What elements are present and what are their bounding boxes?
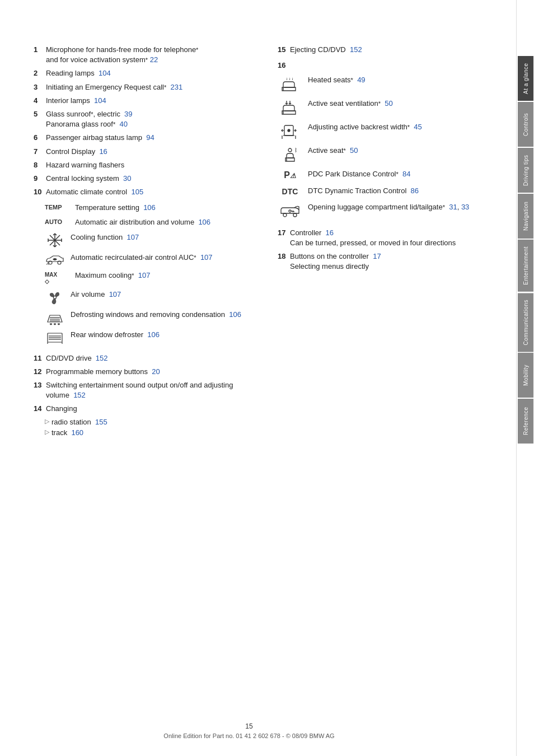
svg-point-35 — [283, 213, 287, 217]
list-item: 13 Switching entertainment sound output … — [34, 380, 255, 400]
sidebar-tab-navigation[interactable]: Navigation — [518, 194, 533, 239]
right-item-dtc: DTC DTC Dynamic Traction Control 86 — [278, 186, 499, 196]
item-link[interactable]: 39 — [124, 110, 132, 118]
sidebar-tab-mobility[interactable]: Mobility — [518, 353, 533, 398]
right-item-backrest: Adjusting active backrest width* 45 — [278, 122, 499, 140]
svg-point-37 — [289, 210, 291, 212]
sidebar-tabs: At a glance Controls Driving tips Naviga… — [516, 0, 534, 756]
item-link[interactable]: 155 — [95, 418, 107, 426]
item-link[interactable]: 106 — [147, 330, 160, 339]
sidebar-tab-driving-tips[interactable]: Driving tips — [518, 148, 533, 193]
item-link[interactable]: 33 — [461, 203, 469, 211]
luggage-icon — [278, 202, 302, 219]
right-item-text: DTC Dynamic Traction Control 86 — [308, 186, 499, 196]
sub-item-label: MAX◇ — [45, 270, 69, 285]
sub-item-max: MAX◇ Maximum cooling* 107 — [45, 270, 255, 285]
item-link[interactable]: 17 — [373, 252, 381, 260]
triangle-icon: ▷ — [45, 428, 49, 437]
svg-text:A: A — [46, 262, 49, 265]
item-link[interactable]: 30 — [123, 174, 131, 183]
sidebar-tab-controls[interactable]: Controls — [518, 102, 533, 147]
item-text: Controller 16 Can be turned, pressed, or… — [290, 228, 499, 248]
list-item: 3 Initiating an Emergency Request call* … — [34, 82, 255, 92]
item-number: 2 — [34, 68, 46, 78]
list-item: 6 Passenger airbag status lamp 94 — [34, 133, 255, 143]
item-link[interactable]: 40 — [119, 120, 127, 128]
pdc-icon: P⚠ — [278, 169, 302, 180]
list-item-17: 17 Controller 16 Can be turned, pressed,… — [278, 228, 499, 248]
item-link[interactable]: 84 — [402, 170, 410, 178]
item-link[interactable]: 50 — [350, 146, 358, 155]
right-item-text: Active seat ventilation* 50 — [308, 99, 499, 109]
item-link[interactable]: 107 — [200, 253, 213, 262]
sub-item-label: AUTO — [45, 217, 69, 225]
list-item: 7 Control Display 16 — [34, 147, 255, 157]
item-link[interactable]: 45 — [414, 123, 421, 131]
sidebar-tab-entertainment[interactable]: Entertainment — [518, 240, 533, 292]
item-link[interactable]: 106 — [143, 203, 156, 212]
item-link[interactable]: 94 — [146, 133, 154, 142]
item-number: 18 — [278, 251, 290, 272]
item-number: 6 — [34, 133, 46, 143]
item-link[interactable]: 50 — [385, 99, 392, 108]
item-link[interactable]: 231 — [171, 83, 183, 91]
right-item-heated-seats: Heated seats* 49 — [278, 75, 499, 93]
sub-item-defrost-rear: Rear window defroster 106 — [45, 330, 255, 346]
list-item-16-header: 16 — [278, 60, 499, 71]
sidebar-tab-reference[interactable]: Reference — [518, 399, 533, 444]
right-item-text: Heated seats* 49 — [308, 75, 499, 85]
item-link[interactable]: 31 — [449, 203, 457, 211]
item-number: 16 — [278, 60, 290, 71]
item-link[interactable]: 22 — [150, 55, 158, 64]
list-item: 10 Automatic climate control 105 — [34, 187, 255, 197]
item-link[interactable]: 106 — [198, 218, 210, 226]
defrost-rear-icon — [45, 330, 65, 346]
list-item: 8 Hazard warning flashers — [34, 160, 255, 170]
list-item: 9 Central locking system 30 — [34, 174, 255, 184]
item-link[interactable]: 104 — [99, 69, 111, 77]
item-link[interactable]: 106 — [229, 310, 241, 319]
item-text: Switching entertainment sound output on/… — [46, 380, 255, 400]
item-text: Control Display 16 — [46, 147, 255, 157]
item-number: 8 — [34, 160, 46, 170]
item-text: Hazard warning flashers — [46, 160, 255, 170]
item-link[interactable]: 107 — [138, 271, 151, 279]
item-number: 15 — [278, 45, 290, 55]
page-container: 1 Microphone for hands-free mode for tel… — [0, 0, 534, 756]
item-link[interactable]: 105 — [131, 188, 143, 196]
right-item-text: Adjusting active backrest width* 45 — [308, 122, 499, 132]
item-number: 12 — [34, 367, 46, 377]
item-number: 9 — [34, 174, 46, 184]
sub-item-temp: TEMP Temperature setting 106 — [45, 203, 255, 213]
item-link[interactable]: 49 — [357, 76, 365, 84]
item-number: 11 — [34, 353, 46, 363]
item-link[interactable]: 152 — [96, 354, 108, 362]
item-number: 5 — [34, 109, 46, 129]
item-text: Microphone for hands-free mode for telep… — [46, 45, 255, 65]
page-number: 15 — [0, 722, 498, 730]
right-item-text: Active seat* 50 — [308, 146, 499, 156]
right-item-luggage: Opening luggage compartment lid/tailgate… — [278, 202, 499, 219]
item-link[interactable]: 20 — [152, 367, 160, 376]
footer-text: Online Edition for Part no. 01 41 2 602 … — [0, 732, 498, 739]
svg-point-34 — [288, 148, 292, 152]
sidebar-tab-at-a-glance[interactable]: At a glance — [518, 56, 533, 101]
right-item-text: PDC Park Distance Control* 84 — [308, 169, 499, 179]
right-item-seat-ventilation: Active seat ventilation* 50 — [278, 99, 499, 116]
item-text: Programmable memory buttons 20 — [46, 367, 255, 377]
right-item-active-seat: Active seat* 50 — [278, 146, 499, 164]
item-link[interactable]: 107 — [127, 233, 139, 241]
indent-text: radio station 155 — [51, 418, 107, 426]
item-link[interactable]: 107 — [109, 290, 121, 298]
item-link[interactable]: 152 — [350, 45, 362, 54]
sub-item-cooling: Cooling function 107 — [45, 232, 255, 248]
list-item: 2 Reading lamps 104 — [34, 68, 255, 78]
right-item-pdc: P⚠ PDC Park Distance Control* 84 — [278, 169, 499, 180]
sidebar-tab-communications[interactable]: Communications — [518, 293, 533, 352]
item-link[interactable]: 16 — [99, 147, 107, 156]
item-link[interactable]: 160 — [71, 428, 83, 437]
item-link[interactable]: 86 — [411, 186, 419, 195]
item-link[interactable]: 152 — [73, 391, 86, 399]
item-link[interactable]: 16 — [326, 228, 334, 237]
item-link[interactable]: 104 — [94, 96, 106, 105]
